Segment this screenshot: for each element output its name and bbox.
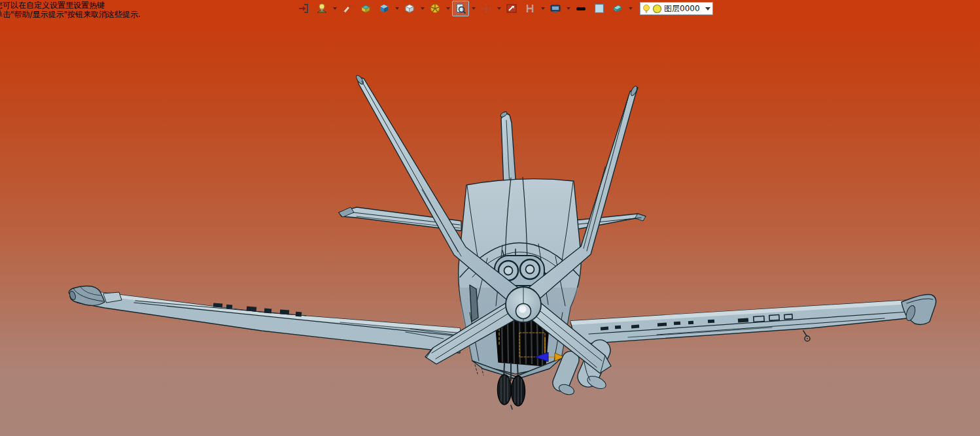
layer-combobox-caret[interactable]	[705, 7, 710, 10]
background-color-button[interactable]	[591, 1, 608, 16]
right-wing[interactable]	[570, 294, 936, 344]
pie-segments-icon	[429, 3, 441, 14]
layer-combobox-value: 图层0000	[664, 3, 703, 14]
brush-icon	[341, 3, 353, 14]
left-wing[interactable]	[69, 286, 460, 353]
monitor-button[interactable]	[547, 1, 564, 16]
right-wing-pitot-probe[interactable]	[803, 331, 810, 341]
eraser-dropdown[interactable]	[627, 1, 633, 16]
brush-button[interactable]	[339, 1, 356, 16]
eraser-icon	[612, 3, 623, 14]
cad-app-window: { "app": {"type": "3d-cad-viewport"}, "h…	[0, 0, 980, 436]
right-winglet[interactable]	[901, 294, 936, 324]
propeller-spinner[interactable]	[506, 287, 541, 322]
render-light-button[interactable]	[313, 1, 330, 16]
hint-text: 您可以在自定义设置里设置热键 单击"帮助/显示提示"按钮来取消这些提示.	[0, 1, 141, 19]
zoom-document-button[interactable]	[452, 1, 469, 16]
pie-segments-dropdown[interactable]	[445, 1, 451, 16]
layer-visibility-bulb-icon	[642, 4, 650, 14]
view-toolbar: 图层0000	[295, 1, 713, 16]
layer-color-icon	[652, 4, 662, 14]
horizontal-stabilizer-right[interactable]	[574, 214, 646, 229]
hint-line-1: 您可以在自定义设置里设置热键	[0, 1, 141, 10]
material-box-icon	[360, 3, 372, 14]
frame-h-dropdown[interactable]	[540, 1, 546, 16]
line-width-button[interactable]	[572, 1, 589, 16]
line-width-icon	[575, 3, 587, 14]
wireframe-cube-button[interactable]	[401, 1, 418, 16]
eraser-button[interactable]	[609, 1, 626, 16]
frame-h-button[interactable]	[521, 1, 538, 16]
shaded-cube-dropdown[interactable]	[394, 1, 400, 16]
pie-segments-button[interactable]	[427, 1, 444, 16]
layer-combobox[interactable]: 图层0000	[640, 2, 713, 15]
exit-sketch-icon	[298, 3, 309, 14]
monitor-dropdown[interactable]	[565, 1, 571, 16]
hint-line-2: 单击"帮助/显示提示"按钮来取消这些提示.	[0, 10, 141, 19]
wireframe-cube-icon	[404, 3, 415, 14]
pan-arrows-icon	[480, 3, 492, 14]
3d-viewport[interactable]	[0, 0, 980, 436]
shaded-cube-icon	[378, 3, 390, 14]
propeller-blade-top[interactable]	[500, 111, 516, 188]
redraw-view-button[interactable]	[503, 1, 520, 16]
render-light-dropdown[interactable]	[332, 1, 338, 16]
background-color-swatch	[593, 3, 605, 14]
exit-sketch-button[interactable]	[295, 1, 312, 16]
zoom-document-dropdown[interactable]	[470, 1, 476, 16]
shaded-cube-button[interactable]	[376, 1, 393, 16]
frame-h-icon	[524, 3, 536, 14]
pan-arrows-button[interactable]	[478, 1, 495, 16]
redraw-view-icon	[506, 3, 517, 14]
render-light-icon	[316, 3, 328, 14]
monitor-icon	[550, 3, 561, 14]
material-box-button[interactable]	[357, 1, 374, 16]
zoom-document-icon	[455, 3, 466, 14]
pan-arrows-dropdown[interactable]	[496, 1, 502, 16]
wireframe-cube-dropdown[interactable]	[419, 1, 425, 16]
aircraft-model-canvas[interactable]	[0, 0, 980, 436]
